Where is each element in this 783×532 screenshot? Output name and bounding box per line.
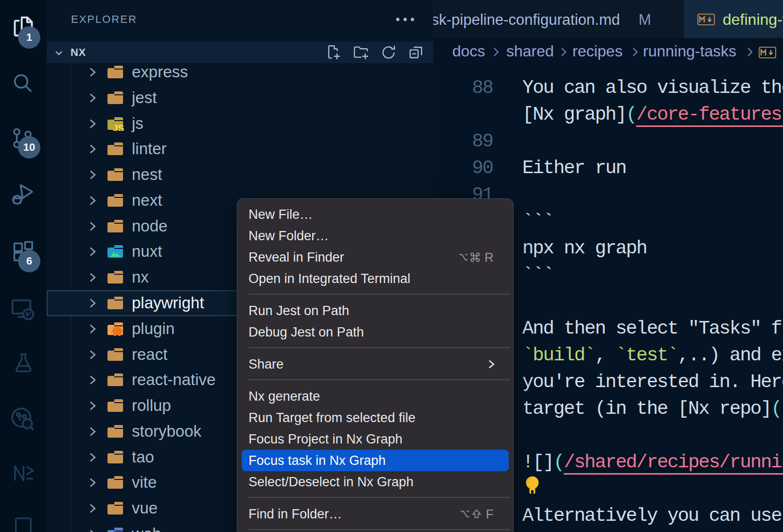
svg-text:JS: JS [113, 123, 124, 131]
